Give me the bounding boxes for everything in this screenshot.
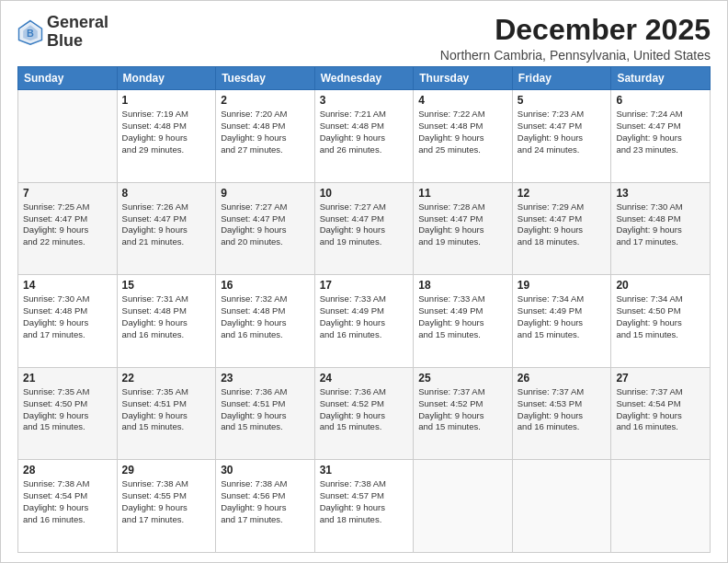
day-number: 4 [418, 94, 507, 107]
day-number: 27 [616, 372, 705, 385]
day-info: Sunrise: 7:37 AMSunset: 4:53 PMDaylight:… [518, 386, 607, 433]
calendar-cell: 26Sunrise: 7:37 AMSunset: 4:53 PMDayligh… [512, 367, 611, 460]
calendar-cell: 22Sunrise: 7:35 AMSunset: 4:51 PMDayligh… [117, 367, 216, 460]
day-number: 2 [221, 94, 310, 107]
day-info: Sunrise: 7:33 AMSunset: 4:49 PMDaylight:… [418, 293, 507, 340]
calendar-cell: 4Sunrise: 7:22 AMSunset: 4:48 PMDaylight… [414, 90, 513, 183]
day-number: 18 [418, 279, 507, 292]
day-info: Sunrise: 7:19 AMSunset: 4:48 PMDaylight:… [122, 109, 211, 155]
day-info: Sunrise: 7:36 AMSunset: 4:52 PMDaylight:… [320, 386, 409, 433]
day-info: Sunrise: 7:24 AMSunset: 4:47 PMDaylight:… [616, 109, 705, 155]
day-info: Sunrise: 7:37 AMSunset: 4:52 PMDaylight:… [418, 386, 507, 433]
calendar-cell: 23Sunrise: 7:36 AMSunset: 4:51 PMDayligh… [216, 367, 315, 460]
calendar-cell: 13Sunrise: 7:30 AMSunset: 4:48 PMDayligh… [611, 182, 711, 275]
day-number: 19 [518, 279, 607, 292]
calendar-header-wednesday: Wednesday [314, 67, 414, 90]
day-info: Sunrise: 7:29 AMSunset: 4:47 PMDaylight:… [518, 201, 607, 248]
calendar-cell: 8Sunrise: 7:26 AMSunset: 4:47 PMDaylight… [117, 182, 216, 275]
day-number: 15 [122, 279, 211, 292]
calendar-week-row: 21Sunrise: 7:35 AMSunset: 4:50 PMDayligh… [18, 367, 711, 460]
calendar-cell: 12Sunrise: 7:29 AMSunset: 4:47 PMDayligh… [512, 182, 611, 275]
day-number: 12 [518, 187, 607, 200]
calendar-cell: 21Sunrise: 7:35 AMSunset: 4:50 PMDayligh… [18, 367, 118, 460]
day-number: 28 [23, 464, 112, 477]
day-number: 7 [23, 187, 112, 200]
logo-line1: General [47, 14, 108, 32]
calendar-cell [512, 460, 611, 553]
calendar-cell: 7Sunrise: 7:25 AMSunset: 4:47 PMDaylight… [18, 182, 118, 275]
day-number: 25 [418, 372, 507, 385]
day-info: Sunrise: 7:32 AMSunset: 4:48 PMDaylight:… [221, 293, 310, 340]
calendar-cell: 16Sunrise: 7:32 AMSunset: 4:48 PMDayligh… [216, 275, 315, 368]
day-info: Sunrise: 7:33 AMSunset: 4:49 PMDaylight:… [320, 293, 409, 340]
calendar-cell: 17Sunrise: 7:33 AMSunset: 4:49 PMDayligh… [314, 275, 414, 368]
day-info: Sunrise: 7:34 AMSunset: 4:49 PMDaylight:… [518, 293, 607, 340]
day-info: Sunrise: 7:27 AMSunset: 4:47 PMDaylight:… [221, 201, 310, 248]
calendar-cell: 19Sunrise: 7:34 AMSunset: 4:49 PMDayligh… [512, 275, 611, 368]
day-info: Sunrise: 7:35 AMSunset: 4:50 PMDaylight:… [23, 386, 112, 433]
calendar-cell: 14Sunrise: 7:30 AMSunset: 4:48 PMDayligh… [18, 275, 118, 368]
day-info: Sunrise: 7:37 AMSunset: 4:54 PMDaylight:… [616, 386, 705, 433]
day-info: Sunrise: 7:38 AMSunset: 4:55 PMDaylight:… [122, 478, 211, 525]
calendar-header-saturday: Saturday [611, 67, 711, 90]
logo: B General Blue [17, 14, 108, 51]
logo-icon: B [17, 19, 43, 45]
header: B General Blue December 2025 Northern Ca… [17, 14, 711, 63]
title-block: December 2025 Northern Cambria, Pennsylv… [440, 14, 711, 63]
day-info: Sunrise: 7:35 AMSunset: 4:51 PMDaylight:… [122, 386, 211, 433]
day-info: Sunrise: 7:38 AMSunset: 4:56 PMDaylight:… [221, 478, 310, 525]
day-info: Sunrise: 7:31 AMSunset: 4:48 PMDaylight:… [122, 293, 211, 340]
calendar-cell: 1Sunrise: 7:19 AMSunset: 4:48 PMDaylight… [117, 90, 216, 183]
day-info: Sunrise: 7:38 AMSunset: 4:54 PMDaylight:… [23, 478, 112, 525]
calendar-cell: 18Sunrise: 7:33 AMSunset: 4:49 PMDayligh… [414, 275, 513, 368]
calendar-week-row: 1Sunrise: 7:19 AMSunset: 4:48 PMDaylight… [18, 90, 711, 183]
day-info: Sunrise: 7:21 AMSunset: 4:48 PMDaylight:… [320, 109, 409, 155]
day-info: Sunrise: 7:23 AMSunset: 4:47 PMDaylight:… [518, 109, 607, 155]
calendar-cell: 9Sunrise: 7:27 AMSunset: 4:47 PMDaylight… [216, 182, 315, 275]
day-number: 29 [122, 464, 211, 477]
logo-line2: Blue [47, 32, 108, 51]
location-title: Northern Cambria, Pennsylvania, United S… [440, 48, 711, 63]
calendar-cell [414, 460, 513, 553]
calendar-cell: 30Sunrise: 7:38 AMSunset: 4:56 PMDayligh… [216, 460, 315, 553]
calendar-header-friday: Friday [512, 67, 611, 90]
day-number: 24 [320, 372, 409, 385]
calendar-cell: 29Sunrise: 7:38 AMSunset: 4:55 PMDayligh… [117, 460, 216, 553]
day-number: 1 [122, 94, 211, 107]
calendar-week-row: 28Sunrise: 7:38 AMSunset: 4:54 PMDayligh… [18, 460, 711, 553]
day-number: 3 [320, 94, 409, 107]
day-info: Sunrise: 7:27 AMSunset: 4:47 PMDaylight:… [320, 201, 409, 248]
day-number: 30 [221, 464, 310, 477]
calendar-cell: 27Sunrise: 7:37 AMSunset: 4:54 PMDayligh… [611, 367, 711, 460]
calendar-cell: 28Sunrise: 7:38 AMSunset: 4:54 PMDayligh… [18, 460, 118, 553]
calendar-cell: 5Sunrise: 7:23 AMSunset: 4:47 PMDaylight… [512, 90, 611, 183]
day-info: Sunrise: 7:20 AMSunset: 4:48 PMDaylight:… [221, 109, 310, 155]
day-info: Sunrise: 7:22 AMSunset: 4:48 PMDaylight:… [418, 109, 507, 155]
calendar-week-row: 7Sunrise: 7:25 AMSunset: 4:47 PMDaylight… [18, 182, 711, 275]
day-number: 17 [320, 279, 409, 292]
calendar-header-sunday: Sunday [18, 67, 118, 90]
calendar-cell: 3Sunrise: 7:21 AMSunset: 4:48 PMDaylight… [314, 90, 414, 183]
day-info: Sunrise: 7:30 AMSunset: 4:48 PMDaylight:… [616, 201, 705, 248]
calendar-header-tuesday: Tuesday [216, 67, 315, 90]
day-info: Sunrise: 7:26 AMSunset: 4:47 PMDaylight:… [122, 201, 211, 248]
day-number: 21 [23, 372, 112, 385]
calendar-header-monday: Monday [117, 67, 216, 90]
calendar-cell: 15Sunrise: 7:31 AMSunset: 4:48 PMDayligh… [117, 275, 216, 368]
calendar-cell: 31Sunrise: 7:38 AMSunset: 4:57 PMDayligh… [314, 460, 414, 553]
calendar: SundayMondayTuesdayWednesdayThursdayFrid… [17, 66, 711, 553]
page: B General Blue December 2025 Northern Ca… [0, 0, 728, 563]
day-info: Sunrise: 7:38 AMSunset: 4:57 PMDaylight:… [320, 478, 409, 525]
day-number: 13 [616, 187, 705, 200]
calendar-week-row: 14Sunrise: 7:30 AMSunset: 4:48 PMDayligh… [18, 275, 711, 368]
day-number: 8 [122, 187, 211, 200]
day-number: 20 [616, 279, 705, 292]
day-number: 5 [518, 94, 607, 107]
logo-text: General Blue [47, 14, 108, 51]
calendar-cell: 24Sunrise: 7:36 AMSunset: 4:52 PMDayligh… [314, 367, 414, 460]
calendar-cell [611, 460, 711, 553]
day-number: 16 [221, 279, 310, 292]
svg-text:B: B [27, 27, 34, 38]
day-number: 11 [418, 187, 507, 200]
calendar-cell: 11Sunrise: 7:28 AMSunset: 4:47 PMDayligh… [414, 182, 513, 275]
